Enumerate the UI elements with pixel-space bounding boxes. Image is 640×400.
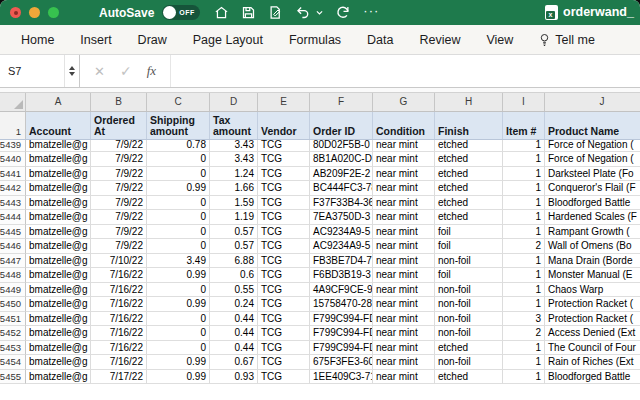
- cell-account[interactable]: bmatzelle@g: [26, 297, 91, 312]
- column-header-C[interactable]: C: [147, 93, 210, 111]
- cell-item[interactable]: 1: [503, 370, 545, 385]
- cell-item[interactable]: 1: [503, 283, 545, 298]
- cell-condition[interactable]: near mint: [373, 167, 435, 182]
- column-header-J[interactable]: J: [545, 93, 640, 111]
- cell-account[interactable]: bmatzelle@g: [26, 225, 91, 240]
- cell-shipping[interactable]: 0.99: [147, 355, 210, 370]
- cell-tax[interactable]: 3.43: [210, 152, 258, 167]
- row-number[interactable]: 5445: [0, 225, 26, 240]
- cell-product[interactable]: Access Denied (Ext: [545, 326, 640, 341]
- cell-item[interactable]: 1: [503, 254, 545, 269]
- cell-shipping[interactable]: 0.78: [147, 140, 210, 152]
- cell-tax[interactable]: 0.55: [210, 283, 258, 298]
- cell-account[interactable]: bmatzelle@g: [26, 239, 91, 254]
- cell-order_id[interactable]: 4A9CF9CE-93: [310, 283, 373, 298]
- cell-vendor[interactable]: TCG: [258, 370, 310, 385]
- cell-ordered[interactable]: 7/10/22: [91, 254, 147, 269]
- cell-account[interactable]: bmatzelle@g: [26, 283, 91, 298]
- cell-finish[interactable]: foil: [435, 239, 503, 254]
- cell-account[interactable]: bmatzelle@g: [26, 326, 91, 341]
- cell-shipping[interactable]: 0: [147, 239, 210, 254]
- cell-order_id[interactable]: AC9234A9-5: [310, 239, 373, 254]
- cell-product[interactable]: Bloodforged Battle: [545, 196, 640, 211]
- cell-finish[interactable]: etched: [435, 370, 503, 385]
- cell-order_id[interactable]: 15758470-28: [310, 297, 373, 312]
- cell-condition[interactable]: near mint: [373, 254, 435, 269]
- cell-ordered[interactable]: 7/16/22: [91, 355, 147, 370]
- cancel-icon[interactable]: ✕: [94, 64, 105, 79]
- cell-item[interactable]: 1: [503, 210, 545, 225]
- formula-input[interactable]: [170, 55, 640, 87]
- cell-account[interactable]: bmatzelle@g: [26, 210, 91, 225]
- header-cell-order_id[interactable]: Order ID: [310, 112, 373, 139]
- row-number[interactable]: 5440: [0, 152, 26, 167]
- cell-tax[interactable]: 0.24: [210, 297, 258, 312]
- cell-finish[interactable]: non-foil: [435, 326, 503, 341]
- cell-tax[interactable]: 0.44: [210, 312, 258, 327]
- cell-product[interactable]: Force of Negation (: [545, 152, 640, 167]
- cell-product[interactable]: Protection Racket (: [545, 297, 640, 312]
- insert-function-icon[interactable]: fx: [147, 63, 156, 79]
- cell-tax[interactable]: 3.43: [210, 140, 258, 152]
- row-number[interactable]: 5448: [0, 268, 26, 283]
- cell-account[interactable]: bmatzelle@g: [26, 140, 91, 152]
- menu-item-review[interactable]: Review: [406, 33, 473, 47]
- cell-finish[interactable]: etched: [435, 196, 503, 211]
- cell-order_id[interactable]: 80D02F5B-0: [310, 140, 373, 152]
- column-header-D[interactable]: D: [210, 93, 258, 111]
- cell-product[interactable]: The Council of Four: [545, 341, 640, 356]
- cell-order_id[interactable]: 8B1A020C-D: [310, 152, 373, 167]
- cell-vendor[interactable]: TCG: [258, 196, 310, 211]
- menu-item-data[interactable]: Data: [354, 33, 406, 47]
- cell-vendor[interactable]: TCG: [258, 210, 310, 225]
- header-cell-tax[interactable]: Tax amount: [210, 112, 258, 139]
- cell-account[interactable]: bmatzelle@g: [26, 355, 91, 370]
- row-number[interactable]: 5452: [0, 326, 26, 341]
- row-number[interactable]: 5455: [0, 370, 26, 385]
- cell-product[interactable]: Chaos Warp: [545, 283, 640, 298]
- row-number[interactable]: 5447: [0, 254, 26, 269]
- cell-shipping[interactable]: 0: [147, 196, 210, 211]
- cell-shipping[interactable]: 0.99: [147, 181, 210, 196]
- cell-account[interactable]: bmatzelle@g: [26, 181, 91, 196]
- cell-condition[interactable]: near mint: [373, 355, 435, 370]
- cell-item[interactable]: 1: [503, 268, 545, 283]
- row-number[interactable]: 1: [0, 112, 26, 139]
- fullscreen-button[interactable]: [48, 7, 59, 18]
- cell-finish[interactable]: etched: [435, 210, 503, 225]
- cell-tax[interactable]: 6.88: [210, 254, 258, 269]
- cell-shipping[interactable]: 0: [147, 225, 210, 240]
- cell-account[interactable]: bmatzelle@g: [26, 370, 91, 385]
- cell-ordered[interactable]: 7/9/22: [91, 140, 147, 152]
- cell-product[interactable]: Rampant Growth (: [545, 225, 640, 240]
- cell-product[interactable]: Force of Negation (: [545, 140, 640, 152]
- cell-condition[interactable]: near mint: [373, 181, 435, 196]
- cell-condition[interactable]: near mint: [373, 297, 435, 312]
- cell-condition[interactable]: near mint: [373, 268, 435, 283]
- more-toolbar-icon[interactable]: ···: [363, 3, 379, 18]
- cell-finish[interactable]: non-foil: [435, 283, 503, 298]
- cell-order_id[interactable]: 7EA3750D-3: [310, 210, 373, 225]
- cell-vendor[interactable]: TCG: [258, 254, 310, 269]
- row-number[interactable]: 5451: [0, 312, 26, 327]
- cell-finish[interactable]: non-foil: [435, 297, 503, 312]
- cell-vendor[interactable]: TCG: [258, 341, 310, 356]
- cell-tax[interactable]: 0.44: [210, 326, 258, 341]
- cell-tax[interactable]: 0.57: [210, 239, 258, 254]
- cell-order_id[interactable]: AC9234A9-5: [310, 225, 373, 240]
- enter-icon[interactable]: ✓: [120, 63, 132, 79]
- menu-item-tell-me[interactable]: Tell me: [526, 33, 608, 47]
- cell-item[interactable]: 3: [503, 312, 545, 327]
- cell-ordered[interactable]: 7/9/22: [91, 181, 147, 196]
- cell-shipping[interactable]: 0.99: [147, 268, 210, 283]
- cell-ordered[interactable]: 7/9/22: [91, 167, 147, 182]
- cell-tax[interactable]: 1.59: [210, 196, 258, 211]
- cell-item[interactable]: 1: [503, 152, 545, 167]
- cell-shipping[interactable]: 0: [147, 152, 210, 167]
- cell-ordered[interactable]: 7/16/22: [91, 268, 147, 283]
- undo-chevron-icon[interactable]: [315, 8, 324, 17]
- cell-product[interactable]: Darksteel Plate (Fo: [545, 167, 640, 182]
- cell-vendor[interactable]: TCG: [258, 355, 310, 370]
- cell-condition[interactable]: near mint: [373, 196, 435, 211]
- redo-icon[interactable]: [336, 5, 351, 20]
